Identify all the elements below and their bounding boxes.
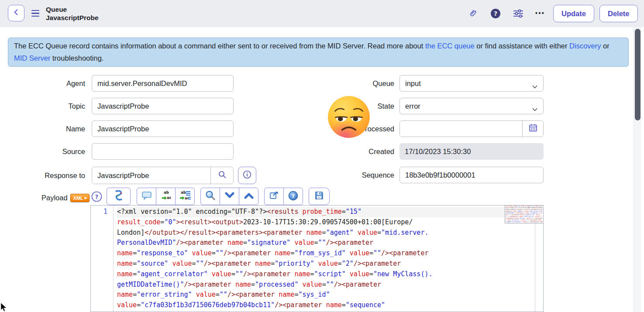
code-line[interactable]: <?xml version="1.0" encoding="UTF-8"?><r… bbox=[117, 207, 543, 217]
source-label: Source bbox=[9, 143, 85, 160]
cursor-arrow-icon bbox=[0, 303, 7, 312]
code-line[interactable]: value="c7fa03bf1b3d7150676deb97b04bcb11"… bbox=[117, 300, 543, 311]
chevron-down-icon bbox=[532, 82, 537, 90]
code-line[interactable]: name="source" value=""/><parameter name=… bbox=[117, 259, 543, 269]
replace-button[interactable]: ab ac bbox=[156, 188, 176, 205]
state-select[interactable]: error bbox=[399, 98, 544, 114]
processed-field bbox=[399, 120, 544, 137]
code-line[interactable]: result_code="0"><result><output>2023-10-… bbox=[117, 217, 543, 228]
processed-input[interactable] bbox=[400, 121, 522, 137]
svg-text:?: ? bbox=[494, 10, 497, 17]
find-previous-button[interactable] bbox=[239, 188, 258, 205]
replace-all-icon: ab ac bbox=[179, 190, 191, 202]
svg-text:?: ? bbox=[95, 193, 98, 200]
page-scrollbar-thumb[interactable] bbox=[635, 29, 641, 120]
editor-help-button[interactable]: ? bbox=[283, 188, 303, 205]
sliders-icon[interactable] bbox=[513, 8, 524, 19]
form-header: Queue JavascriptProbe ? ••• Update Delet… bbox=[0, 0, 644, 27]
help-filled-icon[interactable]: ? bbox=[490, 8, 501, 19]
response-to-field bbox=[92, 167, 234, 184]
agent-input[interactable] bbox=[92, 75, 234, 92]
syntax-check-icon bbox=[114, 190, 124, 203]
back-button[interactable] bbox=[8, 5, 24, 21]
back-chevron-icon bbox=[13, 9, 20, 17]
code-line[interactable]: name="agent_correlator" value=""/><param… bbox=[117, 269, 543, 280]
paperclip-icon[interactable] bbox=[467, 8, 479, 19]
date-picker-button[interactable] bbox=[522, 121, 543, 137]
created-value: 17/10/2023 15:30:30 bbox=[399, 143, 544, 160]
agent-label: Agent bbox=[9, 75, 85, 92]
xml-badge-arrow-icon: ▶ bbox=[85, 196, 87, 200]
open-new-window-button[interactable] bbox=[264, 188, 284, 205]
comment-button[interactable] bbox=[137, 188, 156, 205]
record-preview-button[interactable] bbox=[238, 167, 256, 184]
delete-button[interactable]: Delete bbox=[599, 5, 638, 22]
search-tools-group bbox=[200, 188, 258, 205]
topic-label: Topic bbox=[9, 98, 85, 114]
svg-text:ab: ab bbox=[181, 190, 186, 195]
sequence-label: Sequence bbox=[279, 167, 394, 183]
code-line[interactable]: name="error_string" value=""/><parameter… bbox=[117, 290, 543, 300]
created-label: Created bbox=[279, 143, 394, 160]
chevron-down-glossy-icon bbox=[225, 192, 234, 201]
mid-server-link[interactable]: MID Server bbox=[14, 54, 50, 62]
code-line[interactable]: getMIDDateTime()"/><parameter name="proc… bbox=[117, 280, 543, 290]
find-next-button[interactable] bbox=[220, 188, 239, 205]
edit-tools-group: ab ac ab ac bbox=[137, 188, 195, 205]
ecc-queue-record-screen: Queue JavascriptProbe ? ••• Update Delet… bbox=[0, 0, 644, 312]
queue-select[interactable]: input bbox=[399, 75, 544, 92]
line-number: 1 bbox=[91, 207, 107, 217]
save-icon bbox=[314, 191, 324, 202]
code-line[interactable]: London]</output></result><parameters><pa… bbox=[117, 228, 543, 238]
update-button[interactable]: Update bbox=[553, 5, 594, 22]
info-icon bbox=[243, 170, 251, 181]
queue-label: Queue bbox=[279, 75, 394, 92]
help-glossy-icon: ? bbox=[288, 191, 298, 202]
code-line[interactable]: PersonalDevMID"/><parameter name="signat… bbox=[117, 238, 543, 248]
replace-icon: ab ac bbox=[161, 190, 171, 202]
ecc-queue-link[interactable]: the ECC queue bbox=[425, 42, 475, 50]
page-title-line1: Queue bbox=[46, 5, 99, 14]
source-input[interactable] bbox=[92, 143, 234, 160]
chevron-down-icon bbox=[532, 105, 537, 113]
reference-lookup-button[interactable] bbox=[210, 167, 233, 184]
name-input[interactable] bbox=[92, 120, 234, 137]
payload-editor-toolbar: ? ab ac bbox=[90, 188, 330, 205]
calendar-icon bbox=[528, 123, 538, 134]
save-payload-button[interactable] bbox=[309, 188, 330, 205]
editor-gutter: 1 bbox=[91, 206, 114, 312]
payload-code-editor[interactable]: 1 <?xml version="1.0" encoding="UTF-8"?>… bbox=[90, 205, 544, 312]
search-glossy-icon bbox=[205, 190, 216, 202]
sequence-input[interactable] bbox=[399, 167, 544, 183]
editor-minimap[interactable]: <?xml version="1.0" encoding="UTF-8"?><r… bbox=[505, 205, 544, 223]
discovery-link[interactable]: Discovery bbox=[569, 42, 601, 50]
syntax-check-button[interactable] bbox=[107, 188, 131, 205]
page-title-line2: JavascriptProbe bbox=[46, 14, 99, 22]
code-lines[interactable]: <?xml version="1.0" encoding="UTF-8"?><r… bbox=[114, 206, 543, 312]
help-outline-icon[interactable]: ? bbox=[90, 190, 103, 202]
window-tools-group: ? bbox=[264, 188, 303, 205]
topic-input[interactable] bbox=[92, 98, 234, 114]
unamused-face-emoji bbox=[327, 95, 371, 139]
response-to-label: Response to bbox=[9, 167, 85, 184]
xml-badge-text: XML bbox=[73, 195, 83, 201]
payload-label: Payload bbox=[41, 194, 68, 202]
hamburger-menu-icon[interactable] bbox=[31, 10, 39, 17]
state-selected-value: error bbox=[405, 102, 420, 110]
banner-text: The ECC Queue record contains informatio… bbox=[14, 42, 425, 50]
name-label: Name bbox=[9, 120, 85, 137]
xml-viewer-badge[interactable]: XML▶ bbox=[70, 194, 90, 202]
search-icon bbox=[218, 170, 227, 181]
replace-all-button[interactable]: ab ac bbox=[175, 188, 195, 205]
more-actions-button[interactable]: ••• bbox=[535, 10, 545, 17]
page-scrollbar-track[interactable] bbox=[634, 27, 641, 312]
svg-text:ac: ac bbox=[167, 195, 171, 200]
open-window-icon bbox=[269, 191, 279, 202]
payload-field-label-row: Payload XML▶ bbox=[9, 194, 90, 202]
search-button[interactable] bbox=[200, 188, 220, 205]
response-to-input[interactable] bbox=[92, 167, 210, 184]
svg-text:ab: ab bbox=[164, 190, 169, 195]
chevron-up-glossy-icon bbox=[244, 192, 254, 201]
code-line[interactable]: name="response_to" value=""/><parameter … bbox=[117, 248, 543, 259]
queue-selected-value: input bbox=[405, 79, 421, 88]
